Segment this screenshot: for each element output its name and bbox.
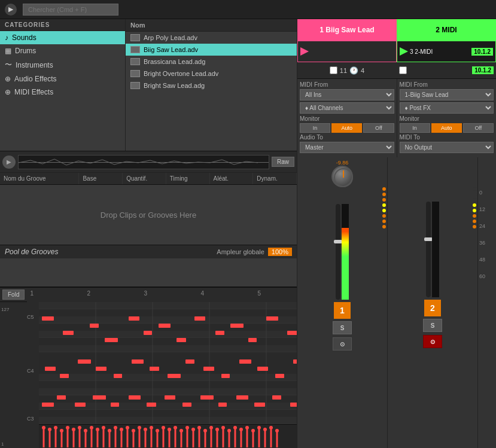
monitor-in-1[interactable]: In xyxy=(300,123,330,133)
channel-number-2[interactable]: 2 xyxy=(424,300,441,316)
svg-rect-48 xyxy=(78,359,91,364)
svg-point-153 xyxy=(239,428,243,431)
svg-point-151 xyxy=(233,426,237,429)
fader-handle-2[interactable] xyxy=(424,237,433,241)
amplitude-value[interactable]: 100% xyxy=(268,248,292,256)
piano-content: C5 C4 C3 127 1 xyxy=(0,302,297,448)
svg-point-117 xyxy=(132,429,135,432)
category-item-drums[interactable]: ▦ Drums xyxy=(0,44,125,57)
svg-point-123 xyxy=(150,426,153,429)
category-item-sounds[interactable]: ♪ Sounds xyxy=(0,31,125,44)
svg-text:127: 127 xyxy=(1,307,10,312)
track-header-2[interactable]: 2 MIDI xyxy=(397,19,496,41)
search-input[interactable] xyxy=(23,4,118,16)
clip-play-button-1[interactable] xyxy=(300,47,309,56)
raw-button[interactable]: Raw xyxy=(272,157,294,167)
global-play-button[interactable]: ▶ xyxy=(5,4,17,16)
midi-from-select-1[interactable]: All Ins xyxy=(300,89,394,100)
svg-rect-28 xyxy=(63,331,74,335)
monitor-row-2: In Auto Off xyxy=(400,123,494,133)
clip-play-button-2[interactable] xyxy=(400,47,408,56)
audio-to-select-1[interactable]: Master xyxy=(300,142,394,153)
midi-to-select-2[interactable]: No Output xyxy=(400,142,494,153)
svg-point-147 xyxy=(221,426,225,429)
midi-channel-select-2[interactable]: ♦ Post FX xyxy=(400,102,494,114)
piano-keys: C5 C4 C3 127 1 xyxy=(0,302,39,448)
track-mute-checkbox-1[interactable] xyxy=(330,66,337,74)
monitor-auto-1[interactable]: Auto xyxy=(331,123,362,133)
mixer-channel-1: -9.86 xyxy=(297,157,388,448)
mixer-section: -9.86 xyxy=(297,157,496,448)
category-item-audio-effects[interactable]: ⊕ Audio Effects xyxy=(0,72,125,86)
file-item[interactable]: Bright Overtone Lead.adv xyxy=(126,68,297,80)
groove-col-name: Nom du Groove xyxy=(0,173,79,184)
svg-point-99 xyxy=(78,426,81,429)
groove-col-quantif: Quantif. xyxy=(123,173,166,184)
svg-rect-74 xyxy=(182,403,191,407)
mixer-channel-2: 2 S ⊙ xyxy=(388,157,478,448)
waveform-play-button[interactable]: ▶ xyxy=(2,156,16,169)
left-panel: CATEGORIES ♪ Sounds ▦ Drums 〜 Instrument… xyxy=(0,19,297,448)
fader-area-2 xyxy=(390,190,475,297)
track-pos-2: 10.1.2 xyxy=(472,66,494,74)
solo-button-2[interactable]: S xyxy=(423,319,442,332)
svg-point-159 xyxy=(257,426,261,429)
monitor-off-1[interactable]: Off xyxy=(363,123,394,133)
fold-button[interactable]: Fold xyxy=(2,289,25,300)
file-item[interactable]: Brassicana Lead.adg xyxy=(126,56,297,68)
svg-rect-55 xyxy=(203,367,214,371)
svg-rect-58 xyxy=(257,367,268,371)
svg-point-135 xyxy=(185,426,189,429)
groove-table-header: Nom du Groove Base Quantif. Timing Aléat… xyxy=(0,173,297,185)
svg-point-163 xyxy=(269,426,273,429)
svg-rect-53 xyxy=(168,374,181,378)
channel-number-1[interactable]: 1 xyxy=(334,302,351,319)
svg-rect-15 xyxy=(39,352,297,359)
channel-knob-1[interactable] xyxy=(331,166,353,187)
rec-button-2[interactable]: ⊙ xyxy=(423,335,442,348)
audio-effects-icon: ⊕ xyxy=(5,75,11,83)
midi-channel-select-1[interactable]: ♦ All Channels xyxy=(300,102,394,114)
led-dot xyxy=(382,187,386,191)
svg-point-111 xyxy=(114,426,117,429)
file-item-selected[interactable]: Biig Saw Lead.adv xyxy=(126,44,297,56)
clip-slot-2[interactable]: 3 2-MIDI 10.1.2 xyxy=(397,41,496,62)
led-dot xyxy=(473,209,476,212)
track-header-1[interactable]: 1 Biig Saw Lead xyxy=(297,19,397,41)
svg-point-103 xyxy=(90,426,93,429)
piano-grid[interactable]: // This will be drawn statically xyxy=(39,302,297,448)
file-item[interactable]: Bright Saw Lead.adg xyxy=(126,80,297,92)
file-item[interactable]: Arp Poly Lead.adv xyxy=(126,32,297,44)
category-label-sounds: Sounds xyxy=(12,33,36,42)
category-item-midi-effects[interactable]: ⊕ MIDI Effects xyxy=(0,86,125,99)
file-name: Brassicana Lead.adg xyxy=(144,58,205,65)
fader-handle-1[interactable] xyxy=(334,240,342,243)
solo-button-1[interactable]: S xyxy=(333,321,352,334)
category-item-instruments[interactable]: 〜 Instruments xyxy=(0,57,125,72)
fader-track-1[interactable] xyxy=(336,204,340,300)
svg-rect-30 xyxy=(105,338,118,342)
led-dot xyxy=(382,209,386,212)
groove-drop-area[interactable]: Drop Clips or Grooves Here xyxy=(0,185,297,245)
piano-roll: Fold 1 2 3 4 5 6 7 xyxy=(0,287,297,448)
led-dot xyxy=(382,220,386,223)
fader-track-2[interactable] xyxy=(426,202,431,297)
rec-button-1[interactable]: ⊙ xyxy=(333,337,352,351)
groove-footer: Pool de Grooves Ampleur globale 100% xyxy=(0,245,297,258)
monitor-row-1: In Auto Off xyxy=(300,123,394,133)
track-mute-checkbox-2[interactable] xyxy=(399,66,407,74)
svg-point-119 xyxy=(138,426,141,429)
svg-point-127 xyxy=(162,426,165,429)
monitor-auto-2[interactable]: Auto xyxy=(431,123,462,133)
monitor-in-2[interactable]: In xyxy=(400,123,430,133)
file-icon xyxy=(130,70,140,77)
led-dot xyxy=(382,198,386,202)
svg-rect-76 xyxy=(218,403,227,407)
track-time-1: 4 xyxy=(361,67,364,74)
files-header: Nom xyxy=(126,19,297,32)
midi-from-select-2[interactable]: 1-Biig Saw Lead xyxy=(400,89,494,100)
svg-rect-60 xyxy=(293,359,297,364)
fader-area-1 xyxy=(300,192,385,300)
monitor-off-2[interactable]: Off xyxy=(463,123,494,133)
clip-slot-1[interactable] xyxy=(297,41,397,62)
